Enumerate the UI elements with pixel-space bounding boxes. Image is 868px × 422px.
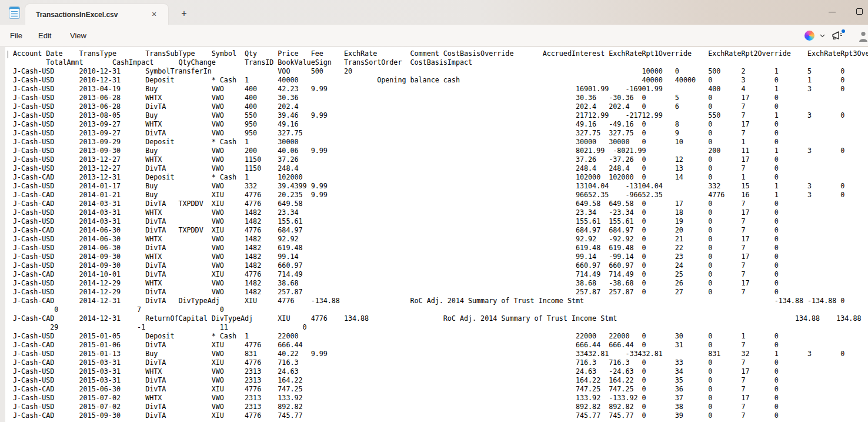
- text-editor-area[interactable]: Account Date TransType TransSubType Symb…: [5, 47, 868, 422]
- csv-content: Account Date TransType TransSubType Symb…: [13, 49, 868, 420]
- csv-line: J-Cash-CAD 2014-12-31 ReturnOfCapital Di…: [13, 314, 868, 323]
- csv-line: J-Cash-USD 2014-03-31 DivTA VWO 1482 155…: [13, 217, 868, 226]
- csv-line: J-Cash-USD 2014-09-30 WHTX VWO 1482 99.1…: [13, 252, 868, 261]
- csv-line: J-Cash-CAD 2014-12-31 DivTA DivTypeAdj X…: [13, 297, 868, 305]
- tab-close-icon[interactable]: ×: [148, 9, 160, 21]
- copilot-icon[interactable]: [804, 31, 814, 41]
- tab-transactions-csv[interactable]: TransactionsInExcel.csv ×: [25, 4, 169, 25]
- csv-line: J-Cash-CAD 2013-12-31 Deposit * Cash 1 1…: [13, 173, 868, 182]
- csv-line: 29 -1 11 0: [13, 323, 868, 332]
- csv-line: J-Cash-USD 2015-07-02 DivTA VWO 2313 892…: [13, 403, 868, 411]
- csv-line: 0 7 0: [13, 305, 868, 314]
- maximize-icon: [856, 8, 863, 15]
- notepad-window: { "window": { "tab_title": "Transactions…: [0, 0, 868, 422]
- csv-line: J-Cash-CAD 2015-06-30 DivTA XIU 4776 747…: [13, 385, 868, 394]
- csv-line: J-Cash-CAD 2015-09-30 DivTA XIU 4776 745…: [13, 411, 868, 420]
- notepad-app-icon: [9, 6, 20, 19]
- csv-line: J-Cash-USD 2010-12-31 SymbolTransferIn V…: [13, 67, 868, 76]
- megaphone-icon[interactable]: [830, 29, 844, 42]
- csv-line: J-Cash-USD 2014-01-17 Buy VWO 332 39.439…: [13, 182, 868, 191]
- new-tab-button[interactable]: +: [178, 7, 191, 20]
- csv-line: J-Cash-CAD 2014-10-01 DivTA XIU 4776 714…: [13, 270, 868, 279]
- csv-line: J-Cash-USD 2014-12-29 DivTA VWO 1482 257…: [13, 288, 868, 297]
- csv-line: J-Cash-USD 2014-12-29 WHTX VWO 1482 38.6…: [13, 279, 868, 288]
- csv-line: J-Cash-CAD 2014-03-31 DivTA TXPDDV XIU 4…: [13, 200, 868, 208]
- csv-line: J-Cash-USD 2013-12-27 WHTX VWO 1150 37.2…: [13, 155, 868, 164]
- minimize-icon: [829, 12, 836, 12]
- csv-line: J-Cash-USD 2013-04-19 Buy VWO 400 42.23 …: [13, 85, 868, 94]
- csv-line: J-Cash-USD 2015-01-13 Buy VWO 831 40.22 …: [13, 350, 868, 358]
- csv-line: J-Cash-USD 2013-09-27 WHTX VWO 950 49.16…: [13, 120, 868, 129]
- csv-line: J-Cash-CAD 2015-01-06 DivTA XIU 4776 666…: [13, 341, 868, 350]
- csv-line: Account Date TransType TransSubType Symb…: [13, 49, 868, 58]
- csv-line: J-Cash-CAD 2015-03-31 DivTA XIU 4776 716…: [13, 358, 868, 367]
- csv-line: J-Cash-USD 2013-12-27 DivTA VWO 1150 248…: [13, 164, 868, 173]
- csv-line: J-Cash-USD 2015-03-31 DivTA VWO 2313 164…: [13, 376, 868, 385]
- menu-view[interactable]: View: [65, 29, 92, 43]
- title-bar: TransactionsInExcel.csv × +: [0, 0, 868, 25]
- menu-file[interactable]: File: [5, 29, 28, 43]
- chevron-down-icon[interactable]: [820, 33, 825, 38]
- csv-line: J-Cash-USD 2013-08-05 Buy VWO 550 39.46 …: [13, 111, 868, 120]
- csv-line: J-Cash-USD 2015-03-31 WHTX VWO 2313 24.6…: [13, 367, 868, 376]
- csv-line: J-Cash-USD 2013-06-28 DivTA VWO 400 202.…: [13, 102, 868, 111]
- csv-line: J-Cash-USD 2013-06-28 WHTX VWO 400 30.36…: [13, 94, 868, 102]
- csv-line: J-Cash-USD 2014-03-31 WHTX VWO 1482 23.3…: [13, 208, 868, 217]
- csv-line: J-Cash-USD 2013-09-27 DivTA VWO 950 327.…: [13, 129, 868, 138]
- csv-line: J-Cash-USD 2015-01-05 Deposit * Cash 1 2…: [13, 332, 868, 341]
- csv-line: J-Cash-USD 2013-09-30 Buy VWO 200 40.06 …: [13, 147, 868, 155]
- csv-line: TotalAmnt CashImpact QtyChange TransID B…: [13, 58, 868, 67]
- csv-line: J-Cash-CAD 2014-01-21 Buy XIU 4776 20.23…: [13, 191, 868, 200]
- menu-bar: File Edit View: [0, 25, 868, 46]
- csv-line: J-Cash-USD 2014-06-30 WHTX VWO 1482 92.9…: [13, 235, 868, 244]
- csv-line: J-Cash-USD 2014-09-30 DivTA VWO 1482 660…: [13, 261, 868, 270]
- notification-dot: [842, 29, 845, 33]
- csv-line: J-Cash-USD 2010-12-31 Deposit * Cash 1 4…: [13, 76, 868, 85]
- account-icon[interactable]: [857, 30, 868, 42]
- minimize-button[interactable]: [819, 0, 846, 24]
- csv-line: J-Cash-USD 2014-06-30 DivTA VWO 1482 619…: [13, 244, 868, 252]
- maximize-button[interactable]: [846, 0, 868, 24]
- csv-line: J-Cash-USD 2015-07-02 WHTX VWO 2313 133.…: [13, 394, 868, 403]
- tab-title: TransactionsInExcel.csv: [36, 11, 118, 19]
- csv-line: J-Cash-CAD 2014-06-30 DivTA TXPDDV XIU 4…: [13, 226, 868, 235]
- text-caret: [8, 51, 8, 58]
- menu-edit[interactable]: Edit: [33, 29, 56, 43]
- csv-line: J-Cash-USD 2013-09-29 Deposit * Cash 1 3…: [13, 138, 868, 147]
